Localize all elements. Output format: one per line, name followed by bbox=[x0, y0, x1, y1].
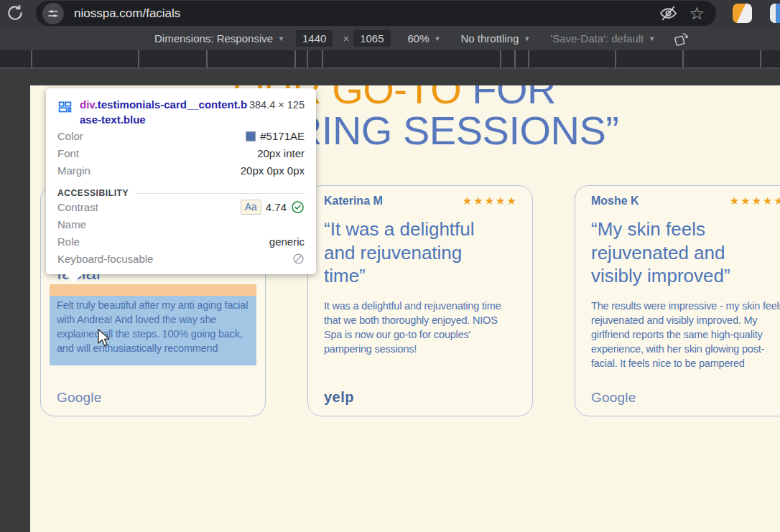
selector-classes: .testimonials-card__content.base-text.bl… bbox=[80, 98, 247, 126]
throttling-dropdown[interactable]: No throttling ▼ bbox=[460, 32, 530, 45]
device-toolbar: Dimensions: Responsive ▼ 1440 × 1065 60%… bbox=[0, 27, 780, 51]
address-bar[interactable]: niosspa.com/facials ☆ bbox=[36, 1, 716, 26]
reviewer-name: Katerina M bbox=[324, 195, 383, 207]
url-text[interactable]: niosspa.com/facials bbox=[74, 6, 659, 21]
save-data-dropdown[interactable]: 'Save-Data': default ▼ bbox=[550, 32, 655, 45]
chevron-down-icon: ▼ bbox=[435, 35, 441, 42]
rotate-device-icon[interactable] bbox=[674, 31, 690, 47]
name-label: Name bbox=[57, 216, 86, 233]
zoom-dropdown[interactable]: 60% ▼ bbox=[408, 32, 441, 45]
chevron-down-icon: ▼ bbox=[278, 35, 284, 42]
contrast-label: Contrast bbox=[57, 199, 98, 215]
extension-icon[interactable] bbox=[733, 4, 752, 23]
contrast-pass-icon bbox=[291, 200, 305, 214]
inspect-margin-highlight bbox=[50, 284, 256, 296]
contrast-sample-badge: Aa bbox=[241, 200, 261, 215]
font-label: Font bbox=[57, 145, 79, 162]
site-settings-icon[interactable] bbox=[42, 3, 64, 24]
keyboard-focusable-label: Keyboard-focusable bbox=[57, 251, 153, 267]
testimonial-card[interactable]: Moshe K ★★★★★ “My skin feels rejuvenated… bbox=[575, 185, 780, 416]
ruler-tick bbox=[294, 50, 296, 67]
testimonial-quote: “My skin feels rejuvenated and visibly i… bbox=[591, 218, 766, 288]
height-input[interactable]: 1065 bbox=[353, 30, 390, 47]
dimensions-times: × bbox=[343, 32, 349, 45]
reviewer-name: Moshe K bbox=[591, 195, 639, 207]
ruler-tick bbox=[514, 50, 516, 67]
color-value: #5171AE bbox=[260, 128, 305, 144]
testimonial-body: Felt truly beautiful after my anti aging… bbox=[50, 296, 256, 355]
yelp-logo: yelp bbox=[324, 389, 354, 406]
browser-toolbar: niosspa.com/facials ☆ bbox=[0, 0, 780, 27]
element-dimensions: 384.4 × 125 bbox=[249, 97, 305, 111]
reload-icon[interactable] bbox=[6, 4, 24, 22]
width-input[interactable]: 1440 bbox=[296, 30, 333, 47]
ruler-tick bbox=[615, 50, 616, 67]
inspect-content-highlight: Felt truly beautiful after my anti aging… bbox=[50, 296, 256, 365]
accessibility-section-title: ACCESSIBILITY bbox=[57, 188, 129, 198]
ruler-tick bbox=[528, 50, 529, 67]
role-value: generic bbox=[269, 233, 305, 250]
ruler-tick bbox=[138, 50, 139, 67]
ruler-tick bbox=[31, 50, 32, 67]
font-value: 20px inter bbox=[257, 145, 305, 162]
star-rating: ★★★★★ bbox=[730, 195, 780, 207]
bookmark-star-icon[interactable]: ☆ bbox=[689, 4, 705, 22]
media-query-ruler[interactable] bbox=[0, 50, 780, 69]
password-eye-off-icon[interactable] bbox=[659, 4, 677, 22]
color-label: Color bbox=[57, 128, 83, 144]
margin-label: Margin bbox=[57, 162, 90, 179]
role-label: Role bbox=[57, 233, 80, 250]
mouse-cursor bbox=[97, 329, 113, 347]
element-layout-icon bbox=[57, 99, 73, 114]
ruler-tick bbox=[307, 50, 308, 67]
ruler-tick bbox=[206, 50, 208, 67]
google-logo: Google bbox=[591, 390, 636, 406]
testimonial-quote: “It was a delightful and rejuvenating ti… bbox=[324, 218, 499, 288]
throttling-value: No throttling bbox=[460, 32, 519, 45]
testimonial-card[interactable]: Katerina M ★★★★★ “It was a delightful an… bbox=[307, 185, 533, 416]
element-selector: div.testimonials-card__content.base-text… bbox=[80, 97, 248, 127]
testimonial-body: The results were impressive - my skin fe… bbox=[591, 299, 780, 370]
zoom-value: 60% bbox=[408, 32, 430, 45]
star-rating: ★★★★★ bbox=[463, 195, 518, 207]
ruler-tick bbox=[760, 50, 761, 67]
devtools-inspect-tooltip: div.testimonials-card__content.base-text… bbox=[46, 88, 316, 274]
ruler-tick bbox=[322, 50, 323, 67]
margin-value: 20px 0px 0px bbox=[241, 162, 305, 179]
dimensions-label: Dimensions: Responsive bbox=[154, 32, 273, 45]
chevron-down-icon: ▼ bbox=[649, 35, 655, 42]
selector-tag: div bbox=[80, 98, 95, 111]
chevron-down-icon: ▼ bbox=[524, 35, 530, 42]
section-divider bbox=[136, 193, 305, 194]
not-focusable-icon bbox=[292, 253, 305, 265]
ruler-tick bbox=[500, 50, 501, 67]
dimensions-dropdown[interactable]: Dimensions: Responsive ▼ bbox=[154, 32, 284, 45]
contrast-value: 4.74 bbox=[266, 199, 287, 215]
extension-icon[interactable] bbox=[770, 4, 780, 23]
google-logo: Google bbox=[57, 390, 101, 406]
color-swatch bbox=[246, 131, 256, 141]
save-data-value: 'Save-Data': default bbox=[550, 32, 644, 45]
testimonial-body: It was a delightful and rejuvenating tim… bbox=[324, 299, 518, 356]
ruler-tick bbox=[682, 50, 684, 67]
